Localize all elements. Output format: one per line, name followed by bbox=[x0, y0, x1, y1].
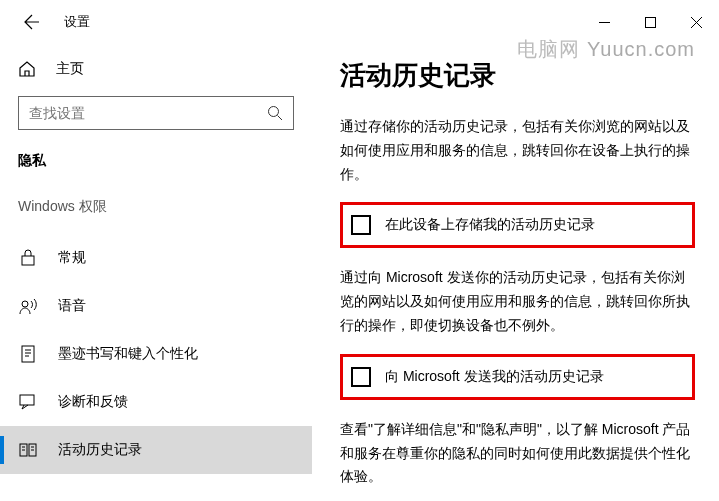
svg-rect-2 bbox=[22, 256, 34, 265]
section-subhead: Windows 权限 bbox=[0, 198, 312, 234]
checkbox-store-history[interactable]: 在此设备上存储我的活动历史记录 bbox=[340, 202, 695, 248]
sidebar-item-diagnostics[interactable]: 诊断和反馈 bbox=[0, 378, 312, 426]
search-input[interactable] bbox=[29, 105, 267, 121]
checkbox-label: 向 Microsoft 发送我的活动历史记录 bbox=[385, 368, 604, 386]
home-link[interactable]: 主页 bbox=[0, 60, 312, 96]
checkbox-icon[interactable] bbox=[351, 215, 371, 235]
svg-rect-0 bbox=[645, 17, 655, 27]
inking-icon bbox=[18, 344, 38, 364]
speech-icon bbox=[18, 296, 38, 316]
back-button[interactable] bbox=[18, 8, 46, 36]
sidebar-item-inking[interactable]: 墨迹书写和键入个性化 bbox=[0, 330, 312, 378]
maximize-button[interactable] bbox=[627, 6, 673, 38]
description-1: 通过存储你的活动历史记录，包括有关你浏览的网站以及如何使用应用和服务的信息，跳转… bbox=[340, 115, 695, 186]
sidebar-item-label: 活动历史记录 bbox=[58, 441, 142, 459]
close-button[interactable] bbox=[673, 6, 719, 38]
svg-rect-4 bbox=[22, 346, 34, 362]
svg-point-3 bbox=[22, 301, 28, 307]
history-icon bbox=[18, 440, 38, 460]
lock-icon bbox=[18, 248, 38, 268]
close-icon bbox=[691, 17, 702, 28]
minimize-button[interactable] bbox=[581, 6, 627, 38]
feedback-icon bbox=[18, 392, 38, 412]
content-area: 活动历史记录 通过存储你的活动历史记录，包括有关你浏览的网站以及如何使用应用和服… bbox=[312, 44, 719, 501]
category-header: 隐私 bbox=[0, 152, 312, 198]
sidebar-item-label: 墨迹书写和键入个性化 bbox=[58, 345, 198, 363]
sidebar-item-general[interactable]: 常规 bbox=[0, 234, 312, 282]
arrow-left-icon bbox=[24, 14, 40, 30]
search-box[interactable] bbox=[18, 96, 294, 130]
svg-point-1 bbox=[269, 107, 279, 117]
maximize-icon bbox=[645, 17, 656, 28]
svg-rect-5 bbox=[20, 395, 34, 405]
window-controls bbox=[581, 6, 719, 38]
page-title: 活动历史记录 bbox=[340, 58, 695, 93]
sidebar-item-speech[interactable]: 语音 bbox=[0, 282, 312, 330]
description-3: 查看"了解详细信息"和"隐私声明"，以了解 Microsoft 产品和服务在尊重… bbox=[340, 418, 695, 489]
sidebar-item-label: 语音 bbox=[58, 297, 86, 315]
sidebar-item-label: 诊断和反馈 bbox=[58, 393, 128, 411]
checkbox-icon[interactable] bbox=[351, 367, 371, 387]
search-icon bbox=[267, 105, 283, 121]
checkbox-label: 在此设备上存储我的活动历史记录 bbox=[385, 216, 595, 234]
description-2: 通过向 Microsoft 发送你的活动历史记录，包括有关你浏览的网站以及如何使… bbox=[340, 266, 695, 337]
home-label: 主页 bbox=[56, 60, 84, 78]
minimize-icon bbox=[599, 17, 610, 28]
home-icon bbox=[18, 60, 36, 78]
titlebar: 设置 bbox=[0, 0, 719, 44]
window-title: 设置 bbox=[64, 13, 90, 31]
sidebar: 主页 隐私 Windows 权限 常规 语音 墨迹书写和键入个性化 bbox=[0, 44, 312, 501]
sidebar-item-label: 常规 bbox=[58, 249, 86, 267]
checkbox-send-microsoft[interactable]: 向 Microsoft 发送我的活动历史记录 bbox=[340, 354, 695, 400]
sidebar-item-activity-history[interactable]: 活动历史记录 bbox=[0, 426, 312, 474]
